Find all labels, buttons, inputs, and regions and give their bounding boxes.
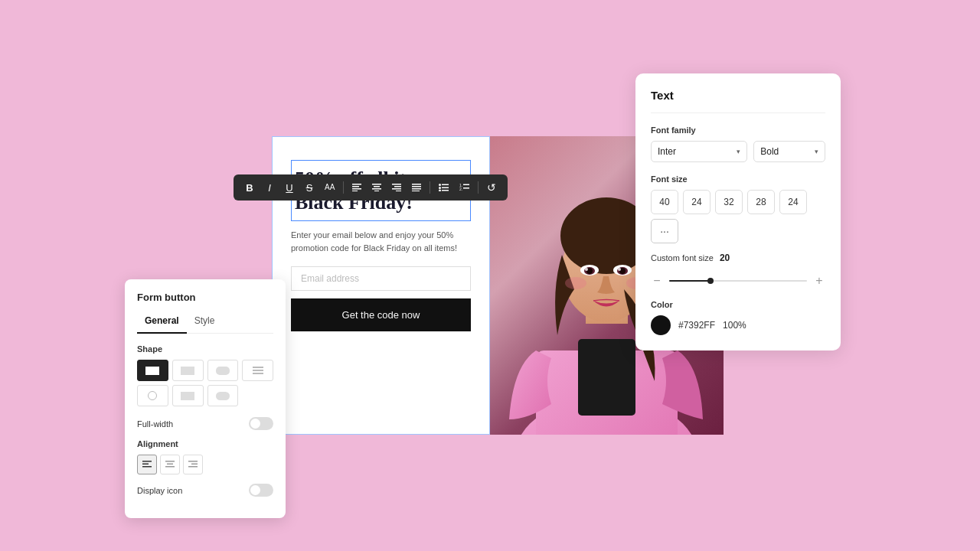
svg-rect-18: [352, 188, 361, 190]
caps-button[interactable]: AA: [321, 179, 338, 196]
svg-rect-37: [442, 190, 449, 191]
svg-point-12: [565, 277, 586, 289]
range-row: − +: [651, 274, 825, 288]
cta-button[interactable]: Get the code now: [291, 298, 471, 331]
svg-rect-41: [463, 187, 469, 189]
toolbar-divider-3: [478, 181, 479, 194]
align-right-btn[interactable]: [183, 455, 203, 474]
font-family-row: Inter ▾ Bold ▾: [651, 141, 825, 162]
shape-rect-outline-button[interactable]: [172, 360, 204, 381]
ordered-list-button[interactable]: 1.2.: [456, 179, 473, 196]
toolbar-divider-1: [343, 181, 344, 194]
rotate-button[interactable]: ↺: [483, 179, 500, 196]
display-icon-toggle[interactable]: [249, 484, 273, 497]
font-size-28[interactable]: 28: [747, 190, 775, 214]
tab-style[interactable]: Style: [187, 312, 223, 334]
svg-rect-24: [392, 184, 401, 185]
shape-label: Shape: [137, 344, 273, 354]
font-size-32[interactable]: 32: [715, 190, 743, 214]
shape-circle-button[interactable]: [137, 385, 168, 406]
svg-rect-21: [374, 186, 380, 187]
range-track[interactable]: [669, 280, 807, 282]
range-plus-button[interactable]: +: [813, 274, 825, 288]
svg-rect-29: [412, 186, 421, 187]
svg-point-36: [439, 190, 441, 192]
display-icon-label: Display icon: [137, 486, 182, 495]
font-size-24[interactable]: 24: [683, 190, 710, 214]
font-size-40[interactable]: 40: [651, 190, 678, 214]
bold-button[interactable]: B: [241, 179, 258, 196]
svg-rect-16: [352, 184, 361, 185]
svg-rect-47: [165, 466, 175, 468]
svg-point-34: [439, 187, 441, 189]
svg-rect-35: [442, 187, 449, 189]
shape-lines-button[interactable]: [242, 360, 273, 381]
color-swatch[interactable]: [651, 315, 671, 335]
svg-point-15: [618, 268, 621, 271]
svg-rect-27: [396, 191, 401, 191]
align-justify-button[interactable]: [408, 179, 425, 196]
font-family-label: Font family: [651, 126, 825, 135]
align-right-button[interactable]: [388, 179, 405, 196]
svg-rect-42: [142, 461, 152, 462]
svg-rect-44: [142, 466, 152, 468]
custom-font-row: Custom font size 20: [651, 253, 825, 263]
align-center-button[interactable]: [368, 179, 385, 196]
color-opacity: 100%: [723, 320, 746, 331]
svg-point-14: [585, 268, 588, 271]
font-weight-select[interactable]: Bold ▾: [753, 141, 825, 162]
shape-round-button[interactable]: [207, 360, 239, 381]
font-size-presets: 40 24 32 28 24 ···: [651, 190, 825, 243]
tab-general[interactable]: General: [137, 312, 187, 334]
bullet-list-button[interactable]: [435, 179, 452, 196]
shape-rect2-button[interactable]: [172, 385, 204, 406]
align-left-btn[interactable]: [137, 455, 157, 474]
form-button-panel-title: Form button: [137, 292, 273, 303]
color-hex: #7392FF: [678, 320, 715, 331]
full-width-label: Full-width: [137, 419, 173, 429]
shape-rect-button[interactable]: [137, 360, 168, 381]
color-row: #7392FF 100%: [651, 315, 825, 335]
full-width-row: Full-width: [137, 417, 273, 430]
range-minus-button[interactable]: −: [651, 274, 663, 288]
svg-rect-17: [352, 186, 359, 187]
text-panel: Text Font family Inter ▾ Bold ▾ Font siz…: [635, 73, 841, 350]
color-label: Color: [651, 300, 825, 309]
svg-text:2.: 2.: [459, 187, 462, 191]
underline-button[interactable]: U: [281, 179, 298, 196]
font-size-24b[interactable]: 24: [779, 190, 807, 214]
font-family-select[interactable]: Inter ▾: [651, 141, 747, 162]
strikethrough-button[interactable]: S: [301, 179, 318, 196]
full-width-toggle[interactable]: [249, 417, 273, 430]
svg-rect-22: [372, 188, 381, 190]
panel-tabs: General Style: [137, 312, 273, 334]
svg-rect-50: [188, 466, 198, 468]
email-input[interactable]: Email address: [291, 266, 471, 291]
italic-button[interactable]: I: [261, 179, 278, 196]
svg-rect-39: [463, 184, 469, 186]
font-size-more[interactable]: ···: [651, 219, 678, 243]
svg-rect-28: [412, 184, 421, 185]
svg-rect-25: [394, 186, 401, 187]
chevron-down-icon-2: ▾: [815, 148, 818, 155]
subtext: Enter your email below and enjoy your 50…: [291, 229, 471, 254]
align-center-btn[interactable]: [160, 455, 180, 474]
font-family-value: Inter: [658, 146, 676, 157]
align-left-button[interactable]: [348, 179, 365, 196]
svg-rect-20: [372, 184, 381, 185]
form-button-panel: Form button General Style Shape: [125, 279, 286, 518]
shape-pill-button[interactable]: [207, 385, 239, 406]
svg-rect-26: [392, 188, 401, 190]
range-thumb: [707, 278, 714, 284]
svg-rect-19: [352, 191, 358, 191]
svg-rect-31: [412, 191, 420, 191]
svg-rect-48: [188, 461, 198, 462]
alignment-label: Alignment: [137, 439, 273, 448]
toolbar-divider-2: [430, 181, 430, 194]
text-toolbar: B I U S AA 1.2. ↺: [234, 174, 508, 201]
range-fill: [669, 280, 710, 282]
chevron-down-icon: ▾: [737, 148, 740, 155]
svg-rect-33: [442, 184, 449, 186]
svg-rect-23: [374, 191, 379, 191]
svg-rect-49: [191, 464, 198, 465]
